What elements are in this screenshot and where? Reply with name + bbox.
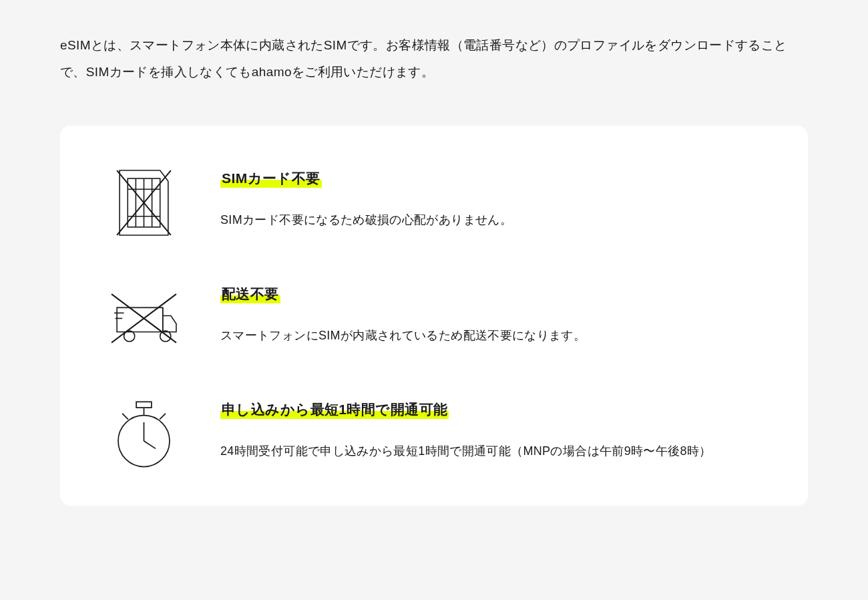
feature-content: 配送不要 スマートフォンにSIMが内蔵されているため配送不要になります。 <box>220 278 761 348</box>
feature-title: 申し込みから最短1時間で開通可能 <box>220 399 449 420</box>
feature-content: 申し込みから最短1時間で開通可能 24時間受付可能で申し込みから最短1時間で開通… <box>220 394 761 464</box>
feature-item-time: 申し込みから最短1時間で開通可能 24時間受付可能で申し込みから最短1時間で開通… <box>103 394 761 469</box>
svg-line-20 <box>122 414 128 420</box>
svg-line-21 <box>160 414 166 420</box>
svg-rect-15 <box>136 402 152 408</box>
feature-item-sim: SIMカード不要 SIMカード不要になるため破損の心配がありません。 <box>103 162 761 238</box>
svg-line-19 <box>144 441 156 448</box>
feature-description: 24時間受付可能で申し込みから最短1時間で開通可能（MNPの場合は午前9時〜午後… <box>220 439 761 464</box>
feature-item-delivery: 配送不要 スマートフォンにSIMが内蔵されているため配送不要になります。 <box>103 278 761 353</box>
feature-title: SIMカード不要 <box>220 168 322 189</box>
no-sim-card-icon <box>103 162 184 238</box>
stopwatch-icon <box>103 394 184 469</box>
no-delivery-icon <box>103 278 184 353</box>
feature-title: 配送不要 <box>220 283 280 305</box>
esim-section: eSIMとは、スマートフォン本体に内蔵されたSIMです。お客様情報（電話番号など… <box>0 0 868 533</box>
feature-description: SIMカード不要になるため破損の心配がありません。 <box>220 208 761 233</box>
feature-card: SIMカード不要 SIMカード不要になるため破損の心配がありません。 <box>60 126 808 506</box>
intro-text: eSIMとは、スマートフォン本体に内蔵されたSIMです。お客様情報（電話番号など… <box>60 32 808 86</box>
feature-description: スマートフォンにSIMが内蔵されているため配送不要になります。 <box>220 323 761 348</box>
feature-content: SIMカード不要 SIMカード不要になるため破損の心配がありません。 <box>220 162 761 233</box>
